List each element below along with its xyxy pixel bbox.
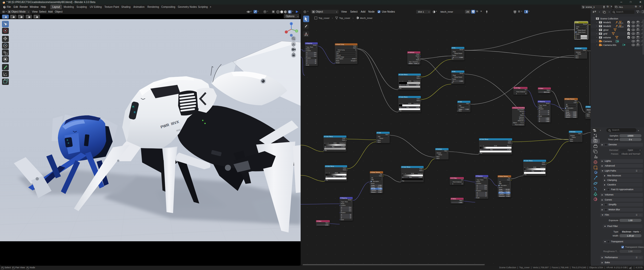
svg-text:Z: Z xyxy=(291,23,292,25)
